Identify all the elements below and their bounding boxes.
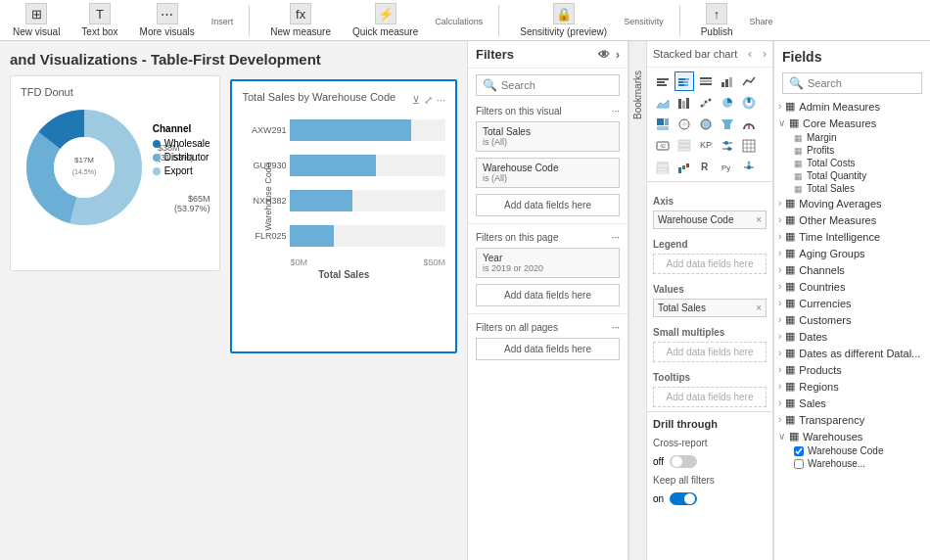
donut-svg: $17M (14.5%)	[21, 104, 148, 231]
viz-icon-line[interactable]	[739, 71, 759, 91]
field-icon-transparency: ▦	[785, 413, 795, 426]
visual-add-data-btn[interactable]: Add data fields here	[476, 194, 620, 216]
field-group-customers[interactable]: › ▦ Customers	[774, 311, 930, 328]
total-sales-chip[interactable]: Total Sales is (All)	[476, 121, 620, 152]
viz-icon-matrix[interactable]	[653, 158, 673, 177]
viz-icon-gauge[interactable]	[739, 115, 759, 134]
field-warehouse-other[interactable]: Warehouse...	[774, 457, 930, 470]
publish-button[interactable]: ↑ Publish	[696, 1, 738, 39]
viz-icon-python[interactable]: Py	[718, 158, 737, 177]
field-profits[interactable]: ▦ Profits	[774, 144, 930, 157]
filters-eyeball-icon[interactable]: 👁	[598, 48, 610, 62]
text-box-button[interactable]: T Text box	[76, 1, 122, 39]
field-warehouse-code[interactable]: Warehouse Code	[774, 444, 930, 457]
field-group-transparency[interactable]: › ▦ Transparency	[774, 411, 930, 428]
viz-icon-pie[interactable]	[718, 93, 737, 113]
svg-rect-56	[657, 168, 669, 170]
viz-icon-bar[interactable]	[653, 71, 673, 91]
field-group-time-intel[interactable]: › ▦ Time Intelligence	[774, 228, 930, 245]
quick-measure-icon: ⚡	[375, 3, 396, 24]
viz-icon-kpi[interactable]: KPI	[696, 136, 716, 156]
viz-panel-nav-left[interactable]: ‹	[748, 47, 752, 61]
viz-icon-area[interactable]	[653, 93, 673, 113]
values-remove[interactable]: ×	[756, 303, 762, 313]
quick-measure-button[interactable]: ⚡ Quick measure	[348, 1, 423, 39]
field-group-currencies[interactable]: › ▦ Currencies	[774, 295, 930, 311]
viz-icon-multi-row-card[interactable]	[674, 136, 694, 156]
tooltips-empty[interactable]: Add data fields here	[653, 387, 767, 407]
all-add-data-btn[interactable]: Add data fields here	[476, 338, 620, 360]
field-group-channels[interactable]: › ▦ Channels	[774, 261, 930, 278]
warehouse-other-checkbox[interactable]	[794, 459, 804, 469]
warehouse-code-chip[interactable]: Warehouse Code is (All)	[476, 158, 620, 188]
warehouse-code-checkbox[interactable]	[794, 446, 804, 456]
donut-chart-card[interactable]: TFD Donut $17M (14.5%)	[10, 75, 220, 271]
new-measure-button[interactable]: fx New measure	[265, 1, 336, 39]
svg-rect-10	[685, 78, 689, 80]
more-icon[interactable]: ···	[437, 94, 445, 107]
bar-fill-3	[290, 190, 351, 211]
field-group-aging[interactable]: › ▦ Aging Groups	[774, 245, 930, 261]
viz-icon-waterfall[interactable]	[674, 158, 694, 177]
viz-icon-card[interactable]: 42	[653, 136, 673, 156]
viz-icon-donut[interactable]	[739, 93, 759, 113]
filters-search-input[interactable]	[501, 79, 636, 91]
svg-rect-8	[657, 84, 667, 86]
viz-icon-filled-map[interactable]	[696, 115, 716, 134]
field-group-moving-avg[interactable]: › ▦ Moving Averages	[774, 195, 930, 211]
viz-icon-map[interactable]	[674, 115, 694, 134]
field-group-regions[interactable]: › ▦ Regions	[774, 378, 930, 395]
viz-icon-treemap[interactable]	[653, 115, 673, 134]
all-filters-more[interactable]: ···	[612, 322, 620, 333]
more-visuals-button[interactable]: ⋯ More visuals	[135, 1, 200, 39]
fields-search-box[interactable]: 🔍	[782, 72, 922, 94]
field-margin[interactable]: ▦ Margin	[774, 131, 930, 144]
viz-icon-clustered-bar[interactable]	[696, 71, 716, 91]
page-add-data-btn[interactable]: Add data fields here	[476, 284, 620, 306]
field-group-dates-diff[interactable]: › ▦ Dates as different Datal...	[774, 345, 930, 361]
expand-icon[interactable]: ⤢	[424, 94, 433, 107]
viz-icon-decomp-tree[interactable]	[739, 158, 759, 177]
svg-point-48	[727, 147, 731, 151]
field-group-admin-measures[interactable]: › ▦ Admin Measures	[774, 98, 930, 115]
viz-icon-slicer[interactable]	[718, 136, 737, 156]
expand-icon-admin: ›	[778, 101, 781, 112]
viz-icon-col-chart[interactable]	[718, 71, 737, 91]
year-chip[interactable]: Year is 2019 or 2020	[476, 248, 620, 278]
new-visual-button[interactable]: ⊞ New visual	[8, 1, 65, 39]
field-total-costs[interactable]: ▦ Total Costs	[774, 157, 930, 169]
viz-panel-nav-right[interactable]: ›	[763, 47, 767, 61]
viz-icon-r-visual[interactable]: R	[696, 158, 716, 177]
visual-filters-more[interactable]: ···	[612, 106, 620, 117]
viz-icon-table[interactable]	[739, 136, 759, 156]
field-group-dates[interactable]: › ▦ Dates	[774, 328, 930, 345]
field-total-sales[interactable]: ▦ Total Sales	[774, 182, 930, 195]
viz-icon-funnel[interactable]	[718, 115, 737, 134]
field-group-other-measures[interactable]: › ▦ Other Measures	[774, 211, 930, 228]
field-group-core-measures[interactable]: ∨ ▦ Core Measures	[774, 115, 930, 131]
field-group-products[interactable]: › ▦ Products	[774, 361, 930, 378]
page-filters-more[interactable]: ···	[612, 232, 620, 243]
viz-icon-stacked-bar[interactable]	[674, 71, 694, 91]
field-total-quantity[interactable]: ▦ Total Quantity	[774, 169, 930, 182]
viz-icon-scatter[interactable]	[696, 93, 716, 113]
field-group-warehouses[interactable]: ∨ ▦ Warehouses	[774, 428, 930, 444]
filters-search-box[interactable]: 🔍	[476, 74, 620, 96]
bar-chart-card[interactable]: Total Sales by Warehouse Code ⊻ ⤢ ··· Wa…	[230, 79, 457, 353]
fields-search-input[interactable]	[808, 77, 930, 89]
cross-report-toggle[interactable]	[670, 455, 697, 468]
viz-icon-ribbon[interactable]	[674, 93, 694, 113]
small-multiples-empty[interactable]: Add data fields here	[653, 342, 767, 362]
filters-arrow-icon[interactable]: ›	[616, 48, 620, 62]
field-group-countries[interactable]: › ▦ Countries	[774, 278, 930, 295]
svg-rect-58	[678, 167, 681, 173]
field-icon-sales: ▦	[785, 397, 795, 409]
field-group-sales[interactable]: › ▦ Sales	[774, 395, 930, 411]
filter-icon[interactable]: ⊻	[412, 94, 420, 107]
keep-all-toggle[interactable]	[670, 492, 697, 505]
legend-empty[interactable]: Add data fields here	[653, 254, 767, 274]
bookmarks-label[interactable]: Bookmarks	[632, 70, 643, 119]
visual-filters-section: Filters on this visual ···	[468, 102, 628, 118]
axis-remove[interactable]: ×	[756, 214, 762, 225]
sensitivity-button[interactable]: 🔒 Sensitivity (preview)	[515, 1, 612, 39]
